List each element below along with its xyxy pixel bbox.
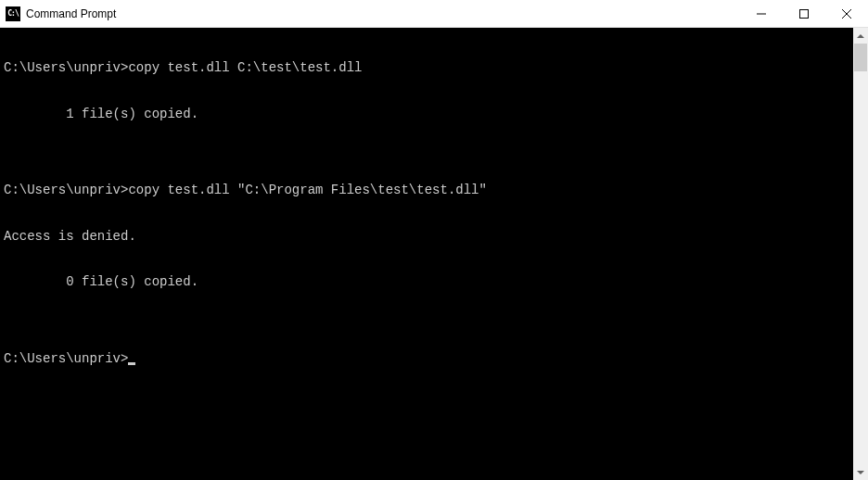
- close-icon: [842, 9, 851, 19]
- scrollbar[interactable]: [853, 28, 868, 480]
- terminal-line: C:\Users\unpriv>: [4, 351, 853, 367]
- scroll-up-button[interactable]: [853, 28, 868, 44]
- terminal-line: Access is denied.: [4, 229, 853, 245]
- maximize-icon: [799, 9, 809, 19]
- chevron-down-icon: [857, 471, 864, 474]
- chevron-up-icon: [857, 34, 864, 38]
- terminal[interactable]: C:\Users\unpriv>copy test.dll C:\test\te…: [0, 28, 853, 480]
- cmd-icon-label: C:\: [7, 9, 18, 18]
- close-button[interactable]: [825, 0, 868, 28]
- window-title: Command Prompt: [26, 7, 116, 20]
- command: copy test.dll "C:\Program Files\test\tes…: [128, 183, 486, 197]
- prompt: C:\Users\unpriv>: [4, 183, 128, 197]
- prompt: C:\Users\unpriv>: [4, 60, 128, 75]
- terminal-line: 0 file(s) copied.: [4, 274, 853, 290]
- cursor: [128, 362, 135, 365]
- terminal-line: 1 file(s) copied.: [4, 107, 853, 122]
- minimize-button[interactable]: [740, 0, 783, 28]
- scroll-down-button[interactable]: [853, 464, 868, 480]
- prompt: C:\Users\unpriv>: [4, 351, 128, 366]
- svg-rect-1: [800, 10, 809, 19]
- titlebar: C:\ Command Prompt: [0, 0, 868, 28]
- titlebar-left: C:\ Command Prompt: [0, 6, 116, 21]
- maximize-button[interactable]: [783, 0, 825, 28]
- minimize-icon: [757, 9, 766, 19]
- scroll-thumb[interactable]: [854, 44, 867, 71]
- window-controls: [740, 0, 868, 27]
- terminal-area: C:\Users\unpriv>copy test.dll C:\test\te…: [0, 28, 868, 480]
- command: copy test.dll C:\test\test.dll: [128, 60, 362, 75]
- terminal-line: C:\Users\unpriv>copy test.dll "C:\Progra…: [4, 183, 853, 198]
- terminal-line: C:\Users\unpriv>copy test.dll C:\test\te…: [4, 60, 853, 76]
- cmd-icon: C:\: [6, 6, 20, 21]
